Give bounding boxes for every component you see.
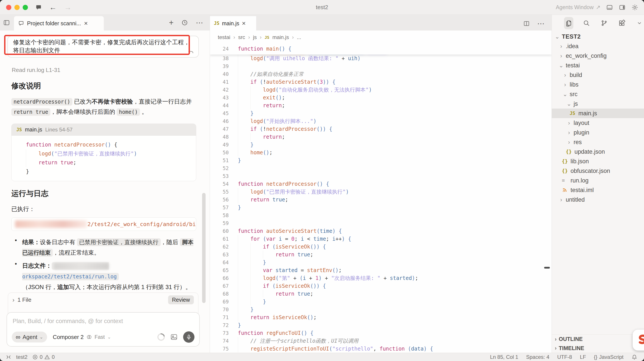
breadcrumb-item[interactable]: js [253, 34, 256, 40]
code-line[interactable]: 74// 注册一个scripthello函数，UI可以调用 [210, 337, 552, 345]
breadcrumb-item[interactable]: testai [218, 34, 230, 40]
chevron-down-icon[interactable]: ⌄ [562, 91, 568, 98]
status-encoding[interactable]: UTF-8 [557, 354, 572, 360]
code-line[interactable]: 70} [210, 306, 552, 314]
history-clock-icon[interactable] [182, 20, 188, 26]
code-line[interactable]: 39 [210, 62, 552, 70]
tree-item-build[interactable]: ›build [552, 70, 644, 80]
review-button[interactable]: Review [168, 296, 194, 304]
outline-section-header[interactable]: ›OUTLINE [552, 334, 644, 344]
new-chat-icon[interactable]: + [169, 19, 174, 26]
code-line[interactable]: 48return; [210, 133, 552, 141]
minimize-window-button[interactable] [14, 5, 20, 10]
chevron-right-icon[interactable]: › [558, 52, 564, 59]
back-icon[interactable]: ← [49, 3, 57, 12]
code-line[interactable]: 72} [210, 321, 552, 329]
editor-tab-mainjs[interactable]: JS main.js × [210, 16, 256, 30]
chat-code-block-header[interactable]: JS main.js Lines 54-57 [12, 124, 196, 136]
notifications-bell-icon[interactable] [631, 354, 638, 360]
chat-more-icon[interactable]: ⋯ [196, 18, 204, 27]
code-line[interactable]: 42logd("自动化服务启动失败，无法执行脚本") [210, 86, 552, 94]
code-line[interactable]: 67if (isServiceOk()) { [210, 282, 552, 290]
tree-item-test2[interactable]: ⌄TEST2 [552, 32, 644, 42]
agents-window-link[interactable]: Agents Window↗ [556, 4, 600, 10]
code-line[interactable]: 73function regFuncToUI() { [210, 329, 552, 337]
tree-item--idea[interactable]: ›.idea [552, 42, 644, 51]
voice-input-button[interactable] [183, 331, 194, 343]
maximize-window-button[interactable] [23, 5, 28, 10]
toggle-chat-sidebar-icon[interactable] [3, 19, 10, 26]
tree-item-testai[interactable]: ⌄testai [552, 60, 644, 70]
tree-item-main-js[interactable]: JSmain.js [552, 108, 644, 118]
editor-more-icon[interactable]: ⋯ [537, 19, 545, 28]
code-line[interactable]: 47if (!netcardProcessor()) { [210, 125, 552, 133]
code-line[interactable]: 69} [210, 298, 552, 306]
status-language[interactable]: {}JavaScript [594, 354, 624, 360]
expand-files-icon[interactable]: › [12, 296, 14, 304]
editor-tab-close-icon[interactable]: × [242, 20, 246, 26]
code-line[interactable]: 24function main() { [210, 44, 552, 54]
code-line[interactable]: 46logd("开始执行脚本...") [210, 117, 552, 125]
sticky-scroll-line[interactable]: 24function main() { [210, 44, 552, 54]
code-line[interactable]: 52 [210, 164, 552, 172]
editor-scrollbar-marker[interactable] [544, 267, 550, 268]
chevron-right-icon[interactable]: › [566, 120, 572, 126]
toggle-sidebar-icon[interactable] [619, 4, 626, 11]
chevron-right-icon[interactable]: › [558, 196, 564, 203]
code-line[interactable]: 38logd("调用 uihello 函数结果: " + uih) [210, 54, 552, 62]
status-eol[interactable]: LF [580, 354, 586, 360]
tree-item-ec-work-config[interactable]: ›ec_work_config [552, 51, 644, 60]
code-line[interactable]: 71return isServiceOk(); [210, 314, 552, 321]
status-cursor-position[interactable]: Ln 85, Col 1 [490, 354, 518, 360]
chevron-down-icon[interactable]: ⌄ [566, 100, 572, 107]
chat-input-box[interactable]: Plan, Build, / for commands, @ for conte… [6, 312, 200, 346]
code-line[interactable]: 56return true; [210, 196, 552, 204]
tree-item-testai-iml[interactable]: testai.iml [552, 185, 644, 195]
code-line[interactable]: 50home(); [210, 149, 552, 156]
status-problems[interactable]: 0 0 [32, 354, 55, 360]
chat-tab-close-icon[interactable]: × [84, 20, 88, 26]
remote-indicator-icon[interactable] [5, 354, 11, 360]
chevron-right-icon[interactable]: › [562, 81, 568, 88]
code-line[interactable]: 61for (var i = 0; i < time; i++) { [210, 235, 552, 243]
tree-item-run-log[interactable]: ≡run.log [552, 176, 644, 185]
explorer-files-icon[interactable] [564, 17, 573, 29]
search-icon[interactable] [582, 17, 591, 29]
chevron-down-icon[interactable]: ⌄ [558, 62, 564, 69]
code-line[interactable]: 44return; [210, 102, 552, 110]
status-project[interactable]: test2 [16, 354, 28, 360]
code-line[interactable]: 53 [210, 172, 552, 180]
tree-item-libs[interactable]: ›libs [552, 80, 644, 90]
code-line[interactable]: 49} [210, 141, 552, 149]
code-line[interactable]: 58 [210, 212, 552, 219]
tree-item-obfuscator-json[interactable]: {}obfuscator.json [552, 166, 644, 176]
code-line[interactable]: 64} [210, 258, 552, 266]
chat-bubble-icon[interactable] [35, 4, 42, 11]
code-line[interactable]: 66logd("第" + (i + 1) + "次启动服务结果: " + sta… [210, 274, 552, 282]
code-line[interactable]: 54function netcardProcessor() { [210, 180, 552, 188]
chevron-down-icon[interactable]: ⌄ [554, 33, 560, 40]
chevron-right-icon[interactable]: › [558, 43, 564, 50]
chevron-down-icon[interactable] [635, 17, 644, 29]
tree-item-plugin[interactable]: ›plugin [552, 128, 644, 137]
code-line[interactable]: 55logd("已禁用卡密验证，直接继续执行") [210, 188, 552, 196]
timeline-section-header[interactable]: ›TIMELINE [552, 344, 644, 353]
code-line[interactable]: 60function autoServiceStart(time) { [210, 227, 552, 235]
read-step[interactable]: Read run.log L1-31 [12, 67, 200, 74]
forward-icon[interactable]: → [64, 3, 72, 12]
code-line[interactable]: 59 [210, 219, 552, 227]
tree-item-lib-json[interactable]: {}lib.json [552, 156, 644, 166]
source-control-icon[interactable] [599, 17, 609, 29]
tree-item-src[interactable]: ⌄src [552, 90, 644, 99]
toggle-panel-icon[interactable] [606, 4, 613, 11]
breadcrumb-item[interactable]: src [238, 34, 245, 40]
floating-app-badge[interactable] [633, 330, 644, 350]
chat-tab[interactable]: Project folder scanni... × [14, 16, 104, 30]
settings-gear-icon[interactable] [631, 4, 638, 11]
code-line[interactable]: 75registeScriptFunctionToUI("scripthello… [210, 345, 552, 353]
code-line[interactable]: 41if (!autoServiceStart(3)) { [210, 78, 552, 86]
code-line[interactable]: 62if (isServiceOk()) { [210, 243, 552, 251]
chevron-right-icon[interactable]: › [566, 129, 572, 136]
tree-item-js[interactable]: ⌄js [552, 99, 644, 108]
code-line[interactable]: 68return true; [210, 290, 552, 298]
